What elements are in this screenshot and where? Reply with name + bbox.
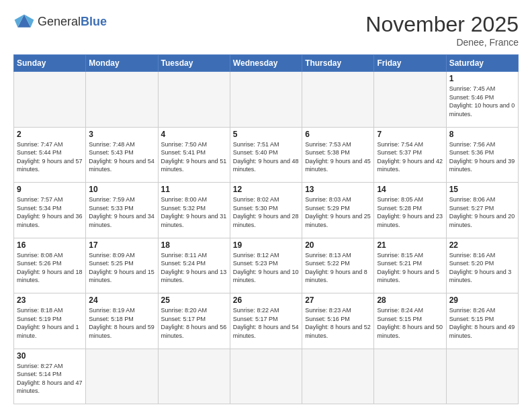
day-info: Sunrise: 7:56 AMSunset: 5:36 PMDaylight:…: [449, 140, 515, 174]
sunrise-val: 7:47 AM: [41, 141, 63, 148]
sunrise-val: 7:45 AM: [473, 85, 495, 92]
sunset-val: 5:25 PM: [111, 260, 134, 267]
daylight-val: 8 hours and 54 minutes.: [233, 324, 299, 339]
table-row: [302, 72, 374, 128]
daylight-val: 9 hours and 25 minutes.: [305, 213, 371, 228]
table-row: 3 Sunrise: 7:48 AMSunset: 5:43 PMDayligh…: [86, 127, 158, 183]
day-number: 30: [17, 351, 83, 361]
sunset-val: 5:44 PM: [39, 149, 62, 156]
sunrise-val: 7:59 AM: [113, 196, 135, 203]
daylight-val: 8 hours and 52 minutes.: [305, 324, 371, 339]
day-number: 22: [449, 240, 515, 250]
sunset-label: Sunset:: [449, 94, 472, 101]
table-row: 9 Sunrise: 7:57 AMSunset: 5:34 PMDayligh…: [14, 183, 86, 238]
daylight-val: 9 hours and 45 minutes.: [305, 158, 371, 173]
sunset-val: 5:41 PM: [183, 149, 206, 156]
sunset-val: 5:38 PM: [327, 149, 350, 156]
day-number: 3: [89, 130, 154, 139]
day-number: 5: [233, 130, 299, 139]
location: Denee, France: [365, 37, 519, 48]
day-info: Sunrise: 7:53 AMSunset: 5:38 PMDaylight:…: [305, 140, 371, 174]
col-tuesday: Tuesday: [158, 55, 230, 72]
sunset-val: 5:23 PM: [255, 260, 278, 267]
sunrise-val: 8:09 AM: [113, 252, 135, 259]
table-row: 12 Sunrise: 8:02 AMSunset: 5:30 PMDaylig…: [230, 183, 302, 238]
sunset-val: 5:15 PM: [399, 316, 422, 322]
sunset-val: 5:15 PM: [472, 316, 494, 322]
day-number: 26: [233, 295, 299, 305]
day-info: Sunrise: 8:20 AMSunset: 5:17 PMDaylight:…: [161, 306, 227, 340]
table-row: [158, 349, 230, 404]
table-row: [14, 72, 86, 128]
logo-general: General: [38, 15, 81, 28]
col-saturday: Saturday: [446, 55, 518, 72]
day-info: Sunrise: 7:45 AM Sunset: 5:46 PM Dayligh…: [449, 85, 515, 118]
day-info: Sunrise: 7:59 AMSunset: 5:33 PMDaylight:…: [89, 195, 154, 229]
day-number: 13: [305, 185, 371, 194]
day-info: Sunrise: 8:09 AMSunset: 5:25 PMDaylight:…: [89, 251, 154, 285]
sunrise-val: 8:20 AM: [185, 307, 207, 314]
sunrise-val: 7:56 AM: [473, 141, 495, 148]
col-wednesday: Wednesday: [230, 55, 302, 72]
table-row: [86, 349, 158, 404]
daylight-val: 9 hours and 31 minutes.: [161, 213, 227, 228]
day-number: 25: [161, 295, 227, 305]
sunset-val: 5:19 PM: [39, 316, 62, 322]
sunrise-val: 8:08 AM: [41, 252, 63, 259]
day-number: 16: [17, 240, 83, 250]
table-row: 25 Sunrise: 8:20 AMSunset: 5:17 PMDaylig…: [158, 293, 230, 349]
day-number: 4: [161, 130, 227, 139]
daylight-val: 9 hours and 13 minutes.: [161, 269, 227, 284]
daylight-label: Daylight:: [449, 102, 475, 109]
table-row: 22 Sunrise: 8:16 AMSunset: 5:20 PMDaylig…: [446, 238, 518, 293]
daylight-val: 9 hours and 48 minutes.: [233, 158, 299, 173]
daylight-val: 9 hours and 36 minutes.: [17, 213, 83, 228]
day-info: Sunrise: 7:54 AMSunset: 5:37 PMDaylight:…: [377, 140, 443, 174]
table-row: 1 Sunrise: 7:45 AM Sunset: 5:46 PM Dayli…: [446, 72, 518, 128]
day-info: Sunrise: 8:15 AMSunset: 5:21 PMDaylight:…: [377, 251, 443, 285]
daylight-val: 9 hours and 1 minute.: [17, 324, 79, 339]
table-row: 15 Sunrise: 8:06 AMSunset: 5:27 PMDaylig…: [446, 183, 518, 238]
col-monday: Monday: [86, 55, 158, 72]
day-info: Sunrise: 8:24 AMSunset: 5:15 PMDaylight:…: [377, 306, 443, 340]
day-number: 18: [161, 240, 227, 250]
table-row: 17 Sunrise: 8:09 AMSunset: 5:25 PMDaylig…: [86, 238, 158, 293]
sunrise-val: 8:27 AM: [41, 363, 63, 369]
day-number: 10: [89, 185, 154, 194]
sunset-val: 5:14 PM: [39, 371, 62, 377]
sunrise-val: 7:57 AM: [41, 196, 63, 203]
day-number: 20: [305, 240, 371, 250]
table-row: 18 Sunrise: 8:11 AMSunset: 5:24 PMDaylig…: [158, 238, 230, 293]
table-row: [302, 349, 374, 404]
calendar-table: Sunday Monday Tuesday Wednesday Thursday…: [13, 54, 519, 404]
sunrise-val: 8:24 AM: [401, 307, 423, 314]
day-info: Sunrise: 7:51 AMSunset: 5:40 PMDaylight:…: [233, 140, 299, 174]
day-number: 15: [449, 185, 515, 194]
table-row: 26 Sunrise: 8:22 AMSunset: 5:17 PMDaylig…: [230, 293, 302, 349]
sunset-val: 5:20 PM: [472, 260, 494, 267]
day-number: 19: [233, 240, 299, 250]
daylight-val: 9 hours and 28 minutes.: [233, 213, 299, 228]
table-row: 14 Sunrise: 8:05 AMSunset: 5:28 PMDaylig…: [374, 183, 446, 238]
daylight-val: 9 hours and 34 minutes.: [89, 213, 154, 228]
logo-text: GeneralBlue: [38, 15, 107, 29]
title-block: November 2025 Denee, France: [365, 12, 519, 48]
table-row: 13 Sunrise: 8:03 AMSunset: 5:29 PMDaylig…: [302, 183, 374, 238]
sunset-val: 5:16 PM: [327, 316, 350, 322]
table-row: 11 Sunrise: 8:00 AMSunset: 5:32 PMDaylig…: [158, 183, 230, 238]
day-info: Sunrise: 7:48 AMSunset: 5:43 PMDaylight:…: [89, 140, 154, 174]
table-row: 24 Sunrise: 8:19 AMSunset: 5:18 PMDaylig…: [86, 293, 158, 349]
table-row: [86, 72, 158, 128]
day-number: 28: [377, 295, 443, 305]
daylight-val: 8 hours and 59 minutes.: [89, 324, 154, 339]
table-row: 8 Sunrise: 7:56 AMSunset: 5:36 PMDayligh…: [446, 127, 518, 183]
daylight-val: 9 hours and 39 minutes.: [449, 158, 515, 173]
daylight-val: 9 hours and 15 minutes.: [89, 269, 154, 284]
daylight-val: 9 hours and 54 minutes.: [89, 158, 154, 173]
day-number: 2: [17, 130, 83, 139]
table-row: 16 Sunrise: 8:08 AMSunset: 5:26 PMDaylig…: [14, 238, 86, 293]
sunset-val: 5:21 PM: [399, 260, 422, 267]
day-info: Sunrise: 8:00 AMSunset: 5:32 PMDaylight:…: [161, 195, 227, 229]
day-info: Sunrise: 7:57 AMSunset: 5:34 PMDaylight:…: [17, 195, 83, 229]
day-number: 27: [305, 295, 371, 305]
